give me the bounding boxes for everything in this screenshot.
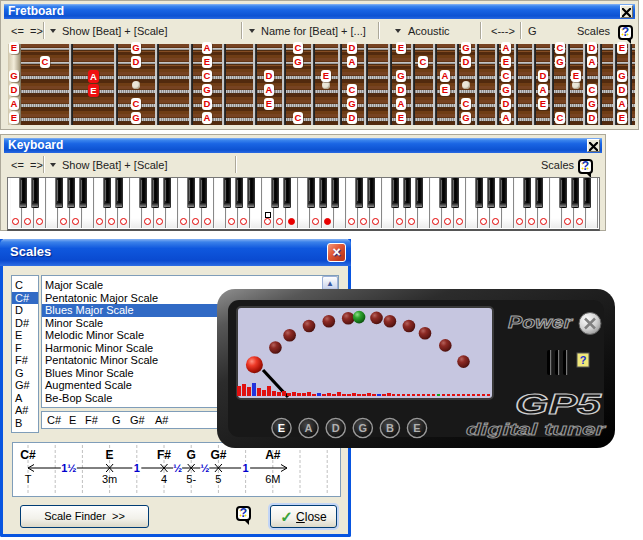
svg-text:D: D — [332, 422, 340, 434]
svg-text:A#: A# — [265, 448, 281, 462]
svg-text:digital tuner: digital tuner — [466, 421, 606, 438]
svg-text:E: E — [278, 422, 285, 434]
svg-text:1: 1 — [134, 462, 140, 474]
svg-text:G: G — [359, 422, 368, 434]
svg-text:G: G — [187, 448, 196, 462]
svg-text:Power: Power — [508, 313, 574, 332]
svg-text:5: 5 — [215, 473, 221, 485]
svg-text:?: ? — [580, 354, 587, 366]
svg-text:G#: G# — [210, 448, 226, 462]
svg-text:C#: C# — [20, 448, 36, 462]
svg-text:1½: 1½ — [61, 462, 76, 474]
svg-text:6M: 6M — [265, 473, 280, 485]
svg-text:E: E — [106, 448, 114, 462]
svg-text:B: B — [386, 422, 394, 434]
svg-text:T: T — [25, 473, 32, 485]
svg-text:1: 1 — [243, 462, 249, 474]
svg-text:F#: F# — [157, 448, 171, 462]
svg-text:A: A — [305, 422, 313, 434]
svg-text:4: 4 — [161, 473, 167, 485]
svg-text:E: E — [413, 422, 420, 434]
svg-text:½: ½ — [200, 462, 209, 474]
svg-text:½: ½ — [173, 462, 182, 474]
svg-text:GP5: GP5 — [515, 387, 603, 420]
svg-text:5-: 5- — [186, 473, 196, 485]
svg-text:3m: 3m — [102, 473, 117, 485]
